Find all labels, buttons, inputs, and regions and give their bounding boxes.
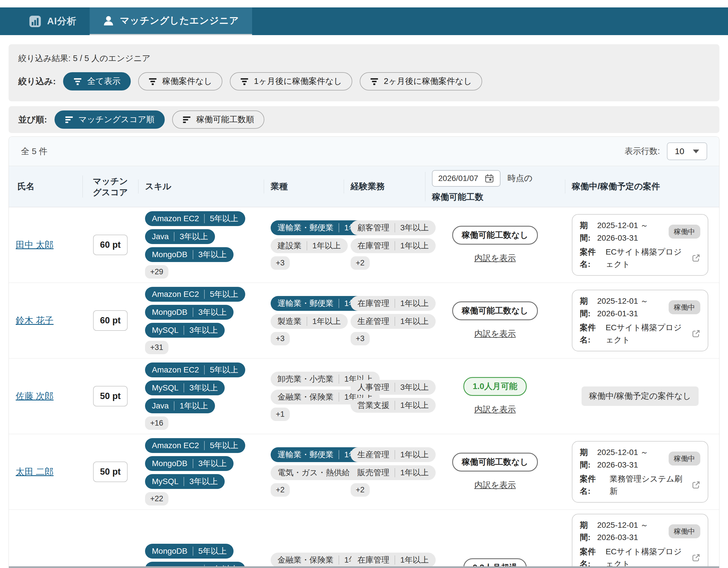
tag-label: Amazon EC2 [152,290,199,299]
filter-icon [240,78,249,85]
sort-row-label: 並び順: [18,114,47,126]
column-header-name: 氏名 [9,177,83,196]
status-badge: 稼働中 [669,524,700,538]
capacity-date-input[interactable]: 2026/01/07 [432,170,500,187]
rows-per-page-select[interactable]: 10 [667,142,707,160]
experience-tag: 在庫管理1年以上 [351,238,436,253]
projects-cell: 期間:2025-12-01 ～ 2026-03-31稼働中案件名:ECサイト構築… [565,514,719,568]
tag-divider [395,223,395,232]
tag-divider [193,250,193,259]
tag-years: 3年以上 [189,476,218,487]
breakdown-link[interactable]: 内訳を表示 [474,480,516,491]
period-label: 期間: [580,519,593,544]
tag-years: 1年以上 [312,316,341,327]
capacity-cell: 稼働可能工数なし内訳を表示 [425,289,565,352]
capacity-cell: 1.0人月可能内訳を表示 [425,365,565,428]
tag-years: 1年以上 [400,298,429,309]
tag-divider [339,374,339,384]
filter-chip-2[interactable]: 1ヶ月後に稼働案件なし [230,72,352,90]
project-open-link[interactable] [692,329,700,338]
td-industries-cell: 卸売業・小売業1年以上金融業・保険業1年以上+1 [264,365,344,428]
project-name-line: 案件名:ECサイト構築プロジェクト [580,321,700,346]
status-badge: 稼働中 [669,225,700,239]
name-cell: 西田 一郎 [9,546,83,568]
breakdown-link[interactable]: 内訳を表示 [474,404,516,415]
engineer-name-link[interactable]: 佐藤 次郎 [16,390,54,402]
engineer-name-link[interactable]: 太田 二郎 [16,466,54,478]
more-count-chip: +29 [145,265,168,279]
bottom-divider [9,566,719,568]
engineer-name-link[interactable]: 鈴木 花子 [16,315,54,327]
project-name-value: 業務管理システム刷新 [610,473,688,497]
td-skills-cell: Amazon EC25年以上Java3年以上MongoDB3年以上+29 [138,211,264,279]
matching-score: 60 pt [93,310,127,331]
table-row: 佐藤 次郎50 ptAmazon EC25年以上MySQL3年以上Java1年以… [9,358,719,434]
column-header-projects: 稼働中/稼働予定の案件 [565,177,719,196]
tag-years: 5年以上 [198,546,227,557]
more-count-chip: +2 [351,483,370,497]
tag-years: 5年以上 [210,440,238,451]
external-link-icon [692,481,700,489]
table-body: 田中 太郎60 ptAmazon EC25年以上Java3年以上MongoDB3… [9,207,719,568]
td-skills-cell: Amazon EC25年以上MongoDB3年以上MySQL3年以上+31 [138,287,264,354]
period-label: 期間: [580,446,593,471]
project-period-line: 期間:2025-12-01 ～ 2026-03-31稼働中 [580,446,700,471]
breakdown-link[interactable]: 内訳を表示 [474,253,516,264]
td-experiences-cell: 生産管理1年以上販売管理1年以上+2 [344,440,425,503]
column-header-experiences: 経験業務 [344,177,425,196]
app-tab-bar: AI分析 マッチングしたエンジニア [0,7,728,35]
tab-ai-analysis[interactable]: AI分析 [16,7,90,35]
experience-tag: 営業支援1年以上 [351,398,436,413]
tag-years: 3年以上 [400,222,429,233]
breakdown-link[interactable]: 内訳を表示 [474,328,516,340]
tag-divider [395,401,395,410]
experience-tag: 生産管理1年以上 [351,447,436,462]
td-experiences-cell: 在庫管理1年以上品質管理1年以上+2 [344,546,425,568]
period-value: 2025-12-01 ～ 2026-01-31 [597,295,665,320]
tag-divider [395,555,395,565]
project-open-link[interactable] [692,254,700,262]
project-name-value: ECサイト構築プロジェクト [606,321,688,346]
td-industries-cell: 運輸業・郵便業1年以上電気・ガス・熱供給・水道業…+2 [264,440,344,503]
project-open-link[interactable] [692,481,700,489]
project-name-label: 案件名: [580,246,602,271]
capacity-date-suffix: 時点の [507,174,532,183]
capacity-pill: 稼働可能工数なし [452,301,538,320]
filter-chip-label: 2ヶ月後に稼働案件なし [384,76,472,87]
sort-chip-1[interactable]: 稼働可能工数順 [172,110,264,129]
tag-divider [395,299,395,308]
td-industries-cell: 金融業・保険業1年以上不動産業・物品賃貸業1年…+2 [264,546,344,568]
tag-divider [339,299,339,308]
tag-divider [193,459,193,468]
tag-divider [307,317,307,326]
score-cell: 60 pt [83,289,138,352]
projects-cell: 期間:2025-12-01 ～ 2026-03-31稼働中案件名:業務管理システ… [565,440,719,503]
tag-label: MongoDB [152,308,188,317]
tag-years: 1年以上 [400,555,429,565]
project-name-label: 案件名: [580,545,602,568]
tab-label: AI分析 [47,15,77,28]
sort-chip-0[interactable]: マッチングスコア順 [55,110,165,129]
skill-tag: MongoDB5年以上 [145,544,234,559]
tag-years: 3年以上 [198,249,227,260]
project-open-link[interactable] [692,553,700,562]
filter-summary: 絞り込み結果: 5 / 5 人のエンジニア [18,53,710,64]
sort-icon [65,116,73,124]
filter-chip-0[interactable]: 全て表示 [63,72,131,90]
tag-years: 3年以上 [198,307,227,318]
engineer-name-link[interactable]: 田中 太郎 [16,239,54,251]
tab-label: マッチングしたエンジニア [120,14,239,27]
experience-tag: 人事管理3年以上 [351,380,436,395]
capacity-cell: 0.2人月超過内訳を表示 [425,546,565,568]
filter-chip-3[interactable]: 2ヶ月後に稼働案件なし [360,72,482,90]
tag-label: MongoDB [152,547,188,556]
period-value: 2025-12-01 ～ 2026-03-31 [597,519,665,544]
tab-matched-engineers[interactable]: マッチングしたエンジニア [90,7,252,35]
name-cell: 田中 太郎 [9,213,83,276]
filter-chip-1[interactable]: 稼働案件なし [138,72,222,90]
tag-divider [339,223,339,232]
td-industries-cell: 運輸業・郵便業1年以上製造業1年以上+3 [264,289,344,352]
period-value: 2025-12-01 ～ 2026-03-31 [597,446,665,471]
tag-label: 顧客管理 [357,222,389,233]
industry-tag: 製造業1年以上 [271,314,348,329]
